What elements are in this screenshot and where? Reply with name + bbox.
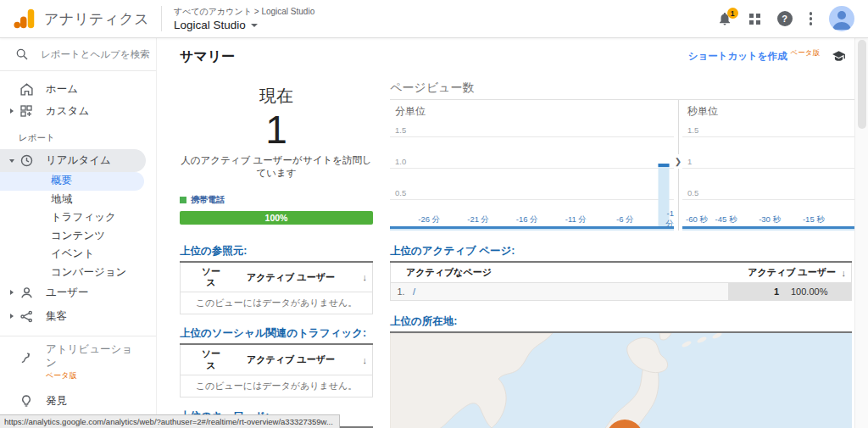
column-active-page[interactable]: アクティブなページ: [406, 266, 748, 279]
beta-badge: ベータ版: [791, 48, 820, 58]
mobile-share-percent: 100%: [265, 213, 288, 223]
sidebar-item-label: ホーム: [46, 82, 78, 97]
x-tick: -16 分: [516, 214, 538, 225]
column-source[interactable]: ソース: [198, 348, 225, 370]
divider: [0, 70, 156, 71]
y-tick: 1.5: [395, 125, 406, 135]
sidebar-section-reports: レポート: [0, 132, 156, 144]
breadcrumb: すべてのアカウント > Logical Studio: [174, 6, 314, 18]
chevron-right-icon: [10, 108, 14, 114]
sidebar-item-traffic[interactable]: トラフィック: [0, 208, 156, 227]
sort-descending-icon[interactable]: ↓: [357, 355, 367, 365]
empty-message: このビューにはデータがありません。: [181, 375, 372, 397]
top-social-table: ソース アクティブ ユーザー ↓ このビューにはデータがありません。: [180, 345, 373, 397]
product-name: アナリティクス: [44, 9, 149, 29]
panel-label: 秒単位: [687, 104, 718, 119]
active-users-count: 1: [180, 108, 373, 153]
page-title: サマリー: [180, 48, 235, 66]
sidebar-item-label: カスタム: [46, 104, 89, 119]
y-tick: 1.5: [687, 125, 698, 135]
y-tick: 1: [687, 157, 692, 166]
sidebar-item-locations[interactable]: 地域: [0, 191, 156, 209]
user-avatar[interactable]: [829, 6, 854, 31]
sort-descending-icon[interactable]: ↓: [357, 272, 367, 282]
divider: [0, 336, 156, 336]
sidebar-item-label: リアルタイム: [46, 153, 111, 168]
sidebar-item-label: コンテンツ: [51, 229, 105, 243]
sidebar-item-label: 発見: [46, 394, 67, 409]
empty-message: このビューにはデータがありません。: [181, 292, 372, 314]
help-icon[interactable]: ?: [777, 11, 793, 26]
active-users-number: 1: [728, 286, 779, 297]
analytics-app-window: アナリティクス すべてのアカウント > Logical Studio Logic…: [0, 0, 868, 428]
page-link[interactable]: /: [411, 283, 728, 300]
sidebar-item-label: トラフィック: [51, 210, 116, 225]
sidebar-item-label: ユーザー: [46, 286, 89, 300]
status-url: https://analytics.google.com/analytics/w…: [0, 414, 340, 428]
x-tick: -6 分: [616, 214, 634, 225]
per-second-panel: 秒単位 1.5 1 0.5 -60 秒 -45 秒 -30 秒 -15 秒: [682, 100, 854, 231]
chart-title: ページビュー数: [390, 81, 854, 96]
table-row: 1. / 1 100.00%: [391, 283, 851, 300]
attribution-icon: [19, 350, 34, 365]
sidebar-item-attribution[interactable]: アトリビューション ベータ版: [0, 342, 156, 383]
education-cap-icon[interactable]: [832, 49, 846, 64]
right-tables-column: 上位のアクティブ ページ: アクティブなページ アクティブ ユーザー ↓ 1. …: [390, 244, 852, 428]
top-locations-title: 上位の所在地:: [390, 314, 852, 333]
x-tick: -60 秒: [686, 214, 708, 225]
column-source[interactable]: ソース: [198, 266, 225, 288]
column-active-users[interactable]: アクティブ ユーザー: [225, 353, 357, 366]
gridline: [682, 199, 854, 200]
column-active-users[interactable]: アクティブ ユーザー: [748, 266, 836, 279]
collapse-panel-button[interactable]: ❯: [675, 154, 682, 169]
active-users-value: 1 100.00%: [728, 283, 851, 300]
left-tables-column: 上位の参照元: ソース アクティブ ユーザー ↓ このビューにはデータがありませ…: [180, 244, 373, 428]
chevron-right-icon: [10, 314, 14, 319]
gridline: [390, 136, 674, 137]
sidebar-item-audience[interactable]: ユーザー: [0, 281, 156, 303]
sidebar-item-label: イベント: [51, 247, 94, 261]
notifications-button[interactable]: 1: [717, 11, 732, 26]
sidebar-item-custom[interactable]: カスタム: [0, 100, 156, 122]
x-tick: -45 秒: [715, 214, 737, 225]
account-name: Logical Studio: [174, 19, 246, 31]
search-input[interactable]: [41, 49, 151, 59]
customization-icon: [19, 103, 34, 119]
top-social-title: 上位のソーシャル関連のトラフィック:: [180, 326, 373, 345]
sidebar-item-overview[interactable]: 概要: [0, 172, 144, 191]
x-tick: -11 分: [565, 214, 587, 225]
x-tick: -21 分: [467, 214, 489, 225]
sidebar-item-content[interactable]: コンテンツ: [0, 227, 156, 246]
y-tick: 1.0: [395, 157, 406, 166]
create-shortcut-link[interactable]: ショートカットを作成: [688, 50, 787, 63]
sidebar-item-acquisition[interactable]: 集客: [0, 305, 156, 327]
right-now-label: 現在: [180, 85, 373, 108]
sidebar-item-events[interactable]: イベント: [0, 245, 156, 264]
sidebar-item-discover[interactable]: 発見: [0, 390, 156, 412]
y-tick: 0.5: [395, 188, 406, 197]
scrollbar[interactable]: [854, 38, 868, 428]
chevron-down-icon: [9, 159, 14, 163]
account-selector[interactable]: Logical Studio: [174, 19, 314, 31]
legend-square-icon: [180, 197, 186, 203]
active-users-panel: 現在 1 人のアクティブ ユーザーがサイトを訪問しています 携帯電話 100%: [180, 85, 373, 225]
column-active-users[interactable]: アクティブ ユーザー: [225, 271, 357, 284]
apps-grid-icon[interactable]: [749, 14, 760, 25]
x-tick: -30 秒: [759, 214, 781, 225]
beta-badge: ベータ版: [46, 370, 136, 381]
sort-descending-icon[interactable]: ↓: [836, 268, 846, 278]
google-analytics-logo[interactable]: [12, 6, 37, 31]
divider: [161, 6, 162, 31]
sidebar-item-label: 概要: [51, 174, 72, 188]
x-tick: -26 分: [418, 214, 440, 225]
sidebar-item-home[interactable]: ホーム: [0, 78, 156, 100]
home-icon: [19, 81, 34, 97]
sidebar-item-realtime[interactable]: リアルタイム: [0, 149, 146, 172]
locations-map: [390, 333, 852, 428]
sidebar-search[interactable]: [0, 38, 156, 70]
scrollbar-thumb[interactable]: [858, 40, 866, 129]
more-options-icon[interactable]: [810, 12, 813, 25]
sidebar-item-conversions[interactable]: コンバージョン: [0, 264, 156, 282]
panel-label: 分単位: [395, 104, 426, 119]
top-active-pages-title: 上位のアクティブ ページ:: [390, 244, 852, 263]
